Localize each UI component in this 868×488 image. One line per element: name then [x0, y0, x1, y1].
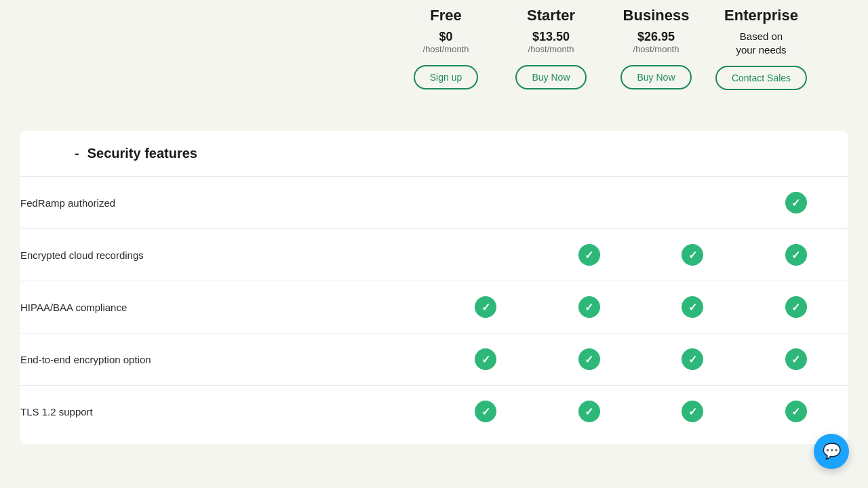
starter-check-fedramp — [538, 177, 642, 229]
page-wrapper: Free $0 /host/month Sign up Starter $13.… — [0, 0, 868, 488]
table-row: HIPAA/BAA compliance — [20, 281, 848, 333]
plan-business-price: $26.95 — [637, 30, 675, 44]
plan-enterprise: Enterprise Based on your needs Contact S… — [709, 0, 814, 104]
free-check-tls — [434, 386, 538, 438]
plan-starter: Starter $13.50 /host/month Buy Now — [498, 0, 604, 104]
check-mark-icon — [785, 401, 807, 422]
pricing-header: Free $0 /host/month Sign up Starter $13.… — [54, 0, 814, 117]
plan-enterprise-name: Enterprise — [724, 7, 798, 24]
plan-free: Free $0 /host/month Sign up — [393, 0, 498, 104]
plan-business-name: Business — [623, 7, 690, 24]
check-mark-icon — [785, 296, 807, 318]
check-mark-icon — [578, 244, 600, 266]
business-check-encrypted — [641, 229, 745, 281]
enterprise-check-e2e — [745, 333, 848, 386]
check-mark-icon — [475, 401, 496, 422]
check-mark-icon — [578, 348, 600, 370]
plan-free-price: $0 — [439, 30, 452, 44]
free-check-e2e — [434, 333, 538, 386]
contact-sales-button[interactable]: Contact Sales — [715, 66, 807, 90]
feature-name: HIPAA/BAA compliance — [20, 281, 434, 333]
check-mark-icon — [475, 348, 496, 370]
enterprise-check-fedramp — [745, 177, 848, 229]
check-mark-icon — [785, 192, 807, 214]
table-row: Encrypted cloud recordings — [20, 229, 848, 281]
chat-support-button[interactable]: 💬 — [814, 434, 849, 469]
features-table: FedRamp authorized Encrypted cloud recor… — [20, 176, 848, 437]
business-check-e2e — [641, 333, 745, 386]
enterprise-price-line1: Based on — [740, 30, 783, 42]
check-mark-icon — [682, 296, 703, 318]
plan-free-period: /host/month — [423, 44, 469, 56]
check-mark-icon — [578, 401, 600, 422]
business-check-fedramp — [641, 177, 745, 229]
enterprise-check-encrypted — [745, 229, 848, 281]
plan-business-period: /host/month — [633, 44, 679, 56]
plan-enterprise-cta-wrapper: Contact Sales — [715, 66, 807, 90]
plan-business-cta-wrapper: Buy Now — [620, 65, 691, 89]
check-mark-icon — [682, 348, 703, 370]
free-check-fedramp — [434, 177, 538, 229]
enterprise-check-tls — [745, 386, 848, 438]
plan-starter-price: $13.50 — [532, 30, 570, 44]
section-title: Security features — [87, 146, 197, 161]
signup-button[interactable]: Sign up — [414, 65, 478, 89]
plan-free-cta-wrapper: Sign up — [414, 65, 478, 89]
feature-name: TLS 1.2 support — [20, 386, 434, 438]
business-buy-button[interactable]: Buy Now — [620, 65, 691, 89]
plan-free-name: Free — [430, 7, 461, 24]
chat-icon: 💬 — [823, 443, 841, 460]
plan-starter-period: /host/month — [528, 44, 574, 56]
business-check-tls — [641, 386, 745, 438]
enterprise-price-line2: your needs — [736, 44, 786, 56]
check-mark-icon — [785, 348, 807, 370]
starter-check-encrypted — [538, 229, 642, 281]
feature-name: FedRamp authorized — [20, 177, 434, 229]
free-check-encrypted — [434, 229, 538, 281]
starter-buy-button[interactable]: Buy Now — [515, 65, 586, 89]
pricing-section: Free $0 /host/month Sign up Starter $13.… — [0, 0, 868, 131]
plan-starter-name: Starter — [527, 7, 575, 24]
business-check-hipaa — [641, 281, 745, 333]
plan-business: Business $26.95 /host/month Buy Now — [604, 0, 709, 104]
starter-check-hipaa — [538, 281, 642, 333]
check-mark-icon — [785, 244, 807, 266]
check-mark-icon — [578, 296, 600, 318]
feature-name: Encrypted cloud recordings — [20, 229, 434, 281]
table-row: FedRamp authorized — [20, 177, 848, 229]
check-mark-icon — [475, 296, 496, 318]
plan-enterprise-price: Based on your needs — [736, 30, 786, 56]
check-mark-icon — [682, 244, 703, 266]
enterprise-check-hipaa — [745, 281, 848, 333]
table-row: End-to-end encryption option — [20, 333, 848, 386]
free-check-hipaa — [434, 281, 538, 333]
features-section: - Security features FedRamp authorized E… — [20, 131, 848, 444]
collapse-icon[interactable]: - — [75, 146, 79, 161]
check-mark-icon — [682, 401, 703, 422]
feature-name: End-to-end encryption option — [20, 333, 434, 386]
plan-starter-cta-wrapper: Buy Now — [515, 65, 586, 89]
starter-check-e2e — [538, 333, 642, 386]
section-header: - Security features — [20, 131, 848, 176]
starter-check-tls — [538, 386, 642, 438]
table-row: TLS 1.2 support — [20, 386, 848, 438]
